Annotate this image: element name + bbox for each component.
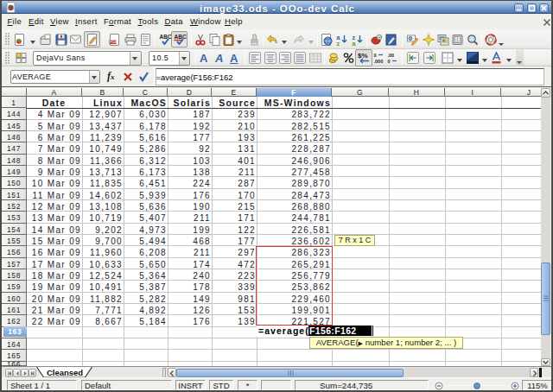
svg-text:PDF: PDF: [110, 40, 118, 44]
svg-text:a: a: [337, 35, 340, 41]
svg-text:ABC: ABC: [160, 34, 172, 40]
svg-text:z: z: [337, 41, 340, 47]
svg-text:z: z: [353, 35, 356, 41]
svg-text:0: 0: [388, 59, 391, 64]
svg-text:0: 0: [374, 53, 377, 58]
svg-text:.00: .00: [388, 53, 395, 58]
svg-text:a: a: [353, 41, 356, 47]
svg-text:ABC: ABC: [175, 34, 187, 40]
svg-text:.000: .000: [374, 59, 384, 64]
